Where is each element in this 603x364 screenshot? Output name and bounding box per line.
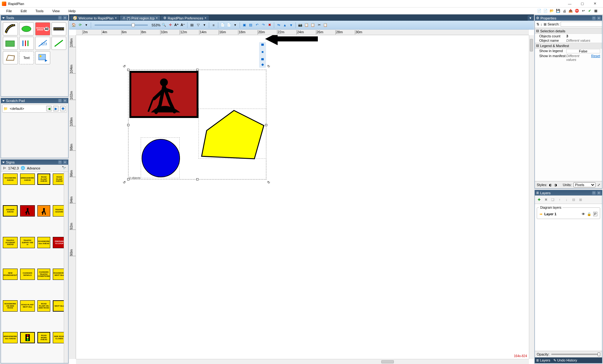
layers-icon[interactable]: ▤: [189, 22, 195, 28]
panel-close-icon[interactable]: ×: [597, 191, 601, 195]
selection-handle-s[interactable]: [196, 178, 198, 180]
add-layer-icon[interactable]: ✚: [536, 197, 542, 202]
menu-edit[interactable]: Edit: [16, 8, 31, 13]
scratch-prev-button[interactable]: ◀: [46, 106, 52, 111]
new-doc-icon[interactable]: 📄: [543, 8, 548, 14]
vertical-scrollbar[interactable]: [529, 35, 534, 359]
units-select[interactable]: Pixels: [573, 182, 595, 187]
rotate-handle-nw[interactable]: ↺: [123, 64, 127, 69]
sort3-icon[interactable]: ⊞: [544, 22, 546, 26]
del-layer-icon[interactable]: ✖: [543, 197, 549, 202]
export-icon[interactable]: 📤: [568, 8, 573, 14]
sign-tile[interactable]: NEW ROUNDABOUT: [3, 269, 18, 280]
tab-preferences[interactable]: ⚙ RapidPlan Preferences ×: [161, 15, 209, 21]
sort1-icon[interactable]: ⇅: [536, 22, 539, 26]
save-icon[interactable]: 💾: [555, 8, 561, 14]
tool-shape[interactable]: [3, 51, 18, 64]
align-mid-icon[interactable]: ■: [260, 49, 265, 55]
signs-code[interactable]: 1742.3: [8, 166, 19, 170]
horizontal-scrollbar[interactable]: [76, 359, 529, 364]
tool-zone[interactable]: [3, 37, 18, 50]
pentagon-object[interactable]: [198, 109, 267, 162]
tool-delineator[interactable]: [19, 22, 34, 35]
sign-tile[interactable]: CHANGED TRAFFIC CONDITIONS: [37, 269, 51, 280]
text-sub-icon[interactable]: A⁻: [180, 22, 186, 28]
tool-image[interactable]: [35, 51, 50, 64]
sign-tile[interactable]: SIDE ROAD CLOSED: [53, 332, 64, 343]
tab-close-icon[interactable]: ×: [204, 16, 206, 20]
tool-marker[interactable]: [19, 37, 34, 50]
reset-link[interactable]: Reset: [591, 54, 600, 62]
sign-tile[interactable]: CHANGED SIGNALS: [20, 269, 35, 280]
tab-printregion[interactable]: ⚠ (*) Print region.tcp ×: [120, 15, 160, 21]
sign-tile[interactable]: [20, 332, 35, 343]
group-icon[interactable]: ▣: [242, 22, 247, 28]
open-icon[interactable]: 📂: [549, 8, 555, 14]
bring-front-icon[interactable]: ▲: [282, 22, 288, 28]
send-back-icon[interactable]: ▼: [288, 22, 294, 28]
close-button[interactable]: ✕: [589, 0, 601, 7]
expand-icon[interactable]: ⤢: [597, 183, 600, 187]
sign-tile[interactable]: TRAFFIC SURVEY 500 m: [20, 237, 35, 248]
layer-row[interactable]: ➡ Layer 1 👁 🔒 P: [539, 211, 598, 217]
layers-header[interactable]: ≣ Layers □ ×: [535, 190, 602, 195]
tool-sign[interactable]: REDUCESPEED40: [35, 22, 50, 35]
eye-icon[interactable]: 👁: [582, 212, 585, 216]
merge-layer-icon[interactable]: ⊟: [571, 197, 576, 202]
cut-icon[interactable]: ✂: [316, 22, 322, 28]
maximize-button[interactable]: ▢: [576, 0, 589, 7]
rotate-cw-icon[interactable]: ↷: [260, 22, 266, 28]
zoom-icon[interactable]: 🔍: [161, 22, 167, 28]
opacity-slider[interactable]: [551, 354, 600, 355]
sign-tile[interactable]: ROAD PLANT ON SIDE ROAD: [37, 300, 51, 312]
copy-page-icon[interactable]: 📄: [220, 22, 225, 28]
sign-tile[interactable]: BRIDGEWORK 1km AHEAD: [3, 332, 18, 343]
sign-tile[interactable]: ROAD WORK AHEAD: [37, 332, 51, 343]
print-icon[interactable]: 🖨: [562, 8, 567, 14]
panel-close-icon[interactable]: ×: [63, 99, 67, 103]
minimize-button[interactable]: —: [563, 0, 576, 7]
rotate-handle-ne[interactable]: ↻: [267, 64, 272, 69]
paste-page-icon[interactable]: 📄: [226, 22, 232, 28]
align-top-icon[interactable]: ▀: [260, 43, 265, 48]
flip-h-icon[interactable]: ⇋: [276, 22, 281, 28]
rotate-handle-sw[interactable]: ↺: [123, 180, 127, 185]
menu-tools[interactable]: Tools: [31, 8, 48, 13]
sign-tile[interactable]: ROADWORK AHEAD: [3, 174, 18, 185]
flag-dd-icon[interactable]: ▾: [202, 22, 207, 28]
sign-tile[interactable]: ROADWORK ON SIDE ROAD: [3, 300, 18, 312]
sign-tile[interactable]: TRAFFIC ACCIDENT AHEAD: [3, 237, 18, 248]
selection-handle-w[interactable]: [127, 124, 129, 126]
ungroup-icon[interactable]: ▨: [248, 22, 253, 28]
app-small-icon[interactable]: ▦: [593, 8, 599, 14]
scratch-next-button[interactable]: ▶: [53, 106, 59, 111]
sign-tile[interactable]: ROADWORK NEXT 2km: [53, 269, 64, 280]
sign-tile[interactable]: NEXT 2km: [53, 300, 64, 312]
panel-close-icon[interactable]: ×: [63, 16, 67, 20]
tool-lane[interactable]: [52, 22, 67, 35]
prop-show-manifest[interactable]: Show in manifestDifferent valuesReset: [535, 54, 602, 62]
crosshair-icon[interactable]: ✛: [167, 22, 173, 28]
copy-icon[interactable]: 📋: [304, 22, 309, 28]
sign-tile[interactable]: PREPARE TO STOP: [53, 237, 64, 248]
tab-overflow-button[interactable]: ▾: [528, 15, 533, 21]
undo-icon[interactable]: ↩: [580, 8, 586, 14]
style1-icon[interactable]: ◐: [549, 183, 552, 187]
tool-road[interactable]: [3, 22, 18, 35]
menu-file[interactable]: File: [2, 8, 16, 13]
dropdown-icon[interactable]: ▾: [84, 22, 89, 28]
flag-icon[interactable]: ▽: [195, 22, 201, 28]
panel-pin-icon[interactable]: □: [58, 160, 62, 164]
down-layer-icon[interactable]: ↓: [564, 197, 569, 202]
sign-tile[interactable]: [37, 205, 51, 217]
sort2-icon[interactable]: ↓: [541, 22, 542, 26]
sign-tile[interactable]: ROAD PLANT NEXT 2km: [20, 300, 35, 312]
tab-welcome[interactable]: 🧭 Welcome to RapidPlan ×: [70, 15, 119, 21]
home-icon[interactable]: 🏠: [71, 22, 77, 28]
roadwork-sign-object[interactable]: [129, 71, 198, 118]
page-dd-icon[interactable]: ▾: [232, 22, 238, 28]
scratch-default-row[interactable]: 📁 <default> ◀ ▶ ✚: [2, 104, 67, 113]
signs-header[interactable]: Signs □ ×: [1, 160, 68, 165]
menu-view[interactable]: View: [48, 8, 64, 13]
tool-line[interactable]: [52, 37, 67, 50]
